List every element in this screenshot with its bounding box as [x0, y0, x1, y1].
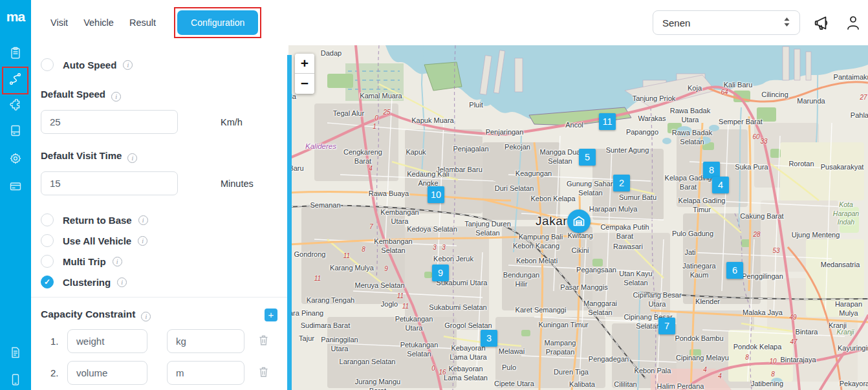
use-all-vehicle-row: Use All Vehicle i — [41, 234, 288, 247]
gear-icon[interactable] — [9, 152, 22, 165]
hub-select-value: Senen — [662, 17, 690, 28]
auto-speed-row: Auto Speed i — [41, 45, 288, 71]
tab-visit[interactable]: Visit — [49, 14, 69, 32]
delete-row-icon[interactable] — [258, 334, 269, 349]
default-visit-time-block: Default Visit Timei Minutes — [41, 150, 288, 195]
depot-marker[interactable] — [567, 210, 591, 233]
default-speed-block: Default Speedi Km/h — [41, 89, 288, 134]
tab-bar: Visit Vehicle Result Configuration — [49, 0, 261, 45]
use-all-vehicle-checkbox[interactable] — [41, 234, 54, 247]
row-index: 2. — [50, 367, 67, 378]
delete-row-icon[interactable] — [258, 366, 269, 380]
constraint-unit-input[interactable] — [167, 329, 244, 353]
map-marker-5[interactable]: 5 — [579, 149, 596, 166]
default-speed-label: Default Speed — [41, 89, 105, 100]
map-marker-10[interactable]: 10 — [428, 186, 444, 203]
info-icon[interactable]: i — [111, 92, 121, 102]
map-marker-3[interactable]: 3 — [481, 330, 497, 347]
info-icon[interactable]: i — [123, 60, 133, 70]
constraint-name-input[interactable] — [67, 361, 147, 385]
clustering-checkbox[interactable] — [41, 276, 54, 288]
app-root: { "app": { "logo": "ma" }, "sidebar": { … — [0, 0, 868, 390]
clustering-row: Clustering i — [41, 276, 288, 288]
zoom-in-button[interactable]: + — [295, 54, 314, 74]
default-speed-input[interactable] — [41, 110, 178, 134]
updown-icon — [783, 17, 790, 29]
top-header: Visit Vehicle Result Configuration Senen — [31, 0, 868, 45]
info-icon[interactable]: i — [117, 277, 127, 287]
constraint-name-input[interactable] — [67, 329, 147, 353]
map-zoom-control: + − — [295, 54, 314, 94]
capacity-row-2: 2. — [41, 361, 288, 385]
configuration-panel: Auto Speed i Default Speedi Km/h Default… — [31, 45, 288, 390]
configuration-highlight-frame: Configuration — [174, 7, 261, 38]
app-logo: ma — [0, 9, 31, 25]
row-index: 1. — [50, 336, 67, 347]
add-constraint-button[interactable]: + — [265, 309, 277, 321]
map-marker-11[interactable]: 11 — [599, 113, 616, 130]
clustering-label: Clustering — [63, 277, 111, 288]
map-marker-7[interactable]: 7 — [658, 318, 675, 334]
default-visit-time-input[interactable] — [41, 171, 178, 195]
map-marker-2[interactable]: 2 — [613, 175, 630, 191]
map-marker-6[interactable]: 6 — [726, 262, 743, 279]
info-icon[interactable]: i — [138, 236, 147, 246]
capacity-constraint-header: Capacity Constrainti + — [41, 309, 288, 321]
multi-trip-label: Multi Trip — [63, 256, 106, 267]
header-right-controls: Senen — [653, 0, 860, 45]
return-to-base-label: Return to Base — [63, 215, 132, 226]
options-checkbox-group: Return to Base i Use All Vehicle i Multi… — [41, 213, 288, 288]
tab-configuration[interactable]: Configuration — [177, 10, 258, 35]
default-speed-unit: Km/h — [221, 117, 243, 127]
constraint-unit-input[interactable] — [167, 361, 244, 385]
hub-select[interactable]: Senen — [653, 10, 800, 35]
document-icon[interactable] — [9, 346, 22, 359]
default-visit-time-label: Default Visit Time — [41, 150, 122, 161]
tab-result[interactable]: Result — [128, 14, 157, 32]
card-icon[interactable] — [9, 180, 22, 193]
map-canvas[interactable]: DadapBendaKamal MuaraTegal AlurKapuk Mua… — [288, 45, 868, 390]
tab-vehicle[interactable]: Vehicle — [82, 14, 115, 32]
sidebar: ma — [0, 0, 31, 390]
clipboard-icon[interactable] — [9, 47, 22, 60]
mobile-icon[interactable] — [9, 373, 22, 386]
auto-speed-checkbox[interactable] — [41, 58, 54, 71]
auto-speed-label: Auto Speed — [63, 60, 116, 70]
map-marker-4[interactable]: 4 — [712, 177, 729, 193]
multi-trip-checkbox[interactable] — [41, 255, 54, 268]
ledger-icon[interactable] — [9, 124, 22, 137]
info-icon[interactable]: i — [138, 215, 148, 225]
capacity-row-1: 1. — [41, 329, 288, 353]
megaphone-icon[interactable] — [814, 14, 832, 32]
multi-trip-row: Multi Trip i — [41, 255, 288, 268]
map-marker-9[interactable]: 9 — [432, 265, 449, 281]
capacity-constraint-label: Capacity Constraint — [41, 309, 135, 320]
info-icon[interactable]: i — [113, 257, 122, 266]
return-to-base-checkbox[interactable] — [41, 213, 54, 226]
panel-scrollbar[interactable] — [287, 55, 292, 390]
return-to-base-row: Return to Base i — [41, 213, 288, 226]
active-nav-highlight — [2, 67, 28, 94]
info-icon[interactable]: i — [127, 153, 137, 163]
default-visit-time-unit: Minutes — [221, 179, 254, 189]
puzzle-icon[interactable] — [9, 99, 22, 112]
zoom-out-button[interactable]: − — [295, 74, 314, 94]
info-icon[interactable]: i — [141, 312, 151, 321]
section-divider — [31, 297, 288, 298]
use-all-vehicle-label: Use All Vehicle — [63, 235, 131, 246]
user-icon[interactable] — [846, 15, 860, 30]
